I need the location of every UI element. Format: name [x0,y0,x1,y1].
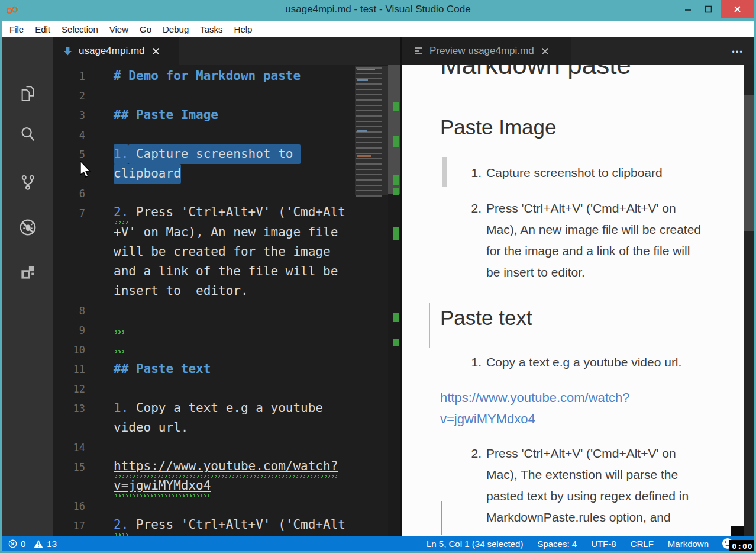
markdown-preview-pane[interactable]: Markdown paste Paste Image 1. Capture sc… [402,65,744,536]
code-text[interactable]: 2. Press 'Ctrl+Alt+V' ('Cmd+Alt [95,202,345,224]
tab-close-icon[interactable] [541,47,549,55]
preview-h2-paste-text: Paste text [440,305,532,331]
editor-line[interactable]: insert to editor. [53,281,355,301]
code-text[interactable]: 1. Capture screenshot to [95,144,301,164]
overview-ruler[interactable] [388,65,400,536]
language-mode[interactable]: Markdown [668,539,709,549]
source-control-icon[interactable] [2,169,53,195]
line-number: 4 [53,129,95,141]
editor-line[interactable]: 16 [53,496,355,516]
tab-preview-usage4mpi[interactable]: Preview usage4mpi.md [402,37,571,65]
indentation-setting[interactable]: Spaces: 4 [537,539,577,549]
editor-line[interactable]: 14 [53,438,355,457]
more-actions-icon[interactable]: ••• [731,44,745,59]
editor-line[interactable]: 9 [53,320,355,340]
encoding[interactable]: UTF-8 [591,539,616,549]
editor-line[interactable]: 11## Paste text [53,359,355,379]
preview-youtube-link[interactable]: https://www.youtube.com/watch? v=jgwiMYM… [440,387,629,430]
editor-line[interactable]: 8 [53,301,355,320]
code-segment: clipboard [114,164,181,184]
editor-line[interactable]: 51. Capture screenshot to [53,144,355,164]
menu-help[interactable]: Help [234,24,253,34]
close-button[interactable] [721,0,754,18]
code-text[interactable]: +V' on Mac), An new image file [95,223,338,242]
code-segment: Press 'Ctrl+Alt+V' ('Cmd+Alt [128,515,345,535]
editor-line[interactable]: 10 [53,340,355,359]
editor-line[interactable]: will be created for the image [53,242,355,262]
editor-line[interactable]: +V' on Mac), An new image file [53,223,355,242]
code-text[interactable]: video url. [95,418,188,438]
preview-scrollbar[interactable] [744,65,754,536]
editor-line[interactable]: 3## Paste Image [53,105,355,125]
close-icon [734,5,741,13]
explorer-icon[interactable] [2,81,53,107]
window-border-left [0,21,2,551]
title-bar: ∞ usage4mpi.md - test - Visual Studio Co… [0,0,756,21]
code-text[interactable]: insert to editor. [95,281,248,301]
editor-line[interactable]: and a link of the file will be [53,262,355,281]
menu-selection[interactable]: Selection [62,24,98,34]
editor-line[interactable]: 1# Demo for Markdown paste [53,66,355,86]
tab-close-icon[interactable] [152,47,160,55]
tab-usage4mpi-md[interactable]: usage4mpi.md [53,37,179,65]
search-icon[interactable] [2,121,53,147]
code-text[interactable]: # Demo for Markdown paste [95,66,301,86]
minimap-visible-region [355,66,388,195]
line-number: 13 [53,403,95,414]
preview-list-item: 1. Capture screenshot to clipboard [466,162,704,184]
editor-line[interactable]: 172. Press 'Ctrl+Alt+V' ('Cmd+Alt [53,516,355,535]
code-text[interactable]: will be created for the image [95,242,331,262]
preview-tab-bar: Preview usage4mpi.md ••• [402,37,754,65]
extensions-icon[interactable] [2,259,53,285]
preview-scrollbar-thumb[interactable] [744,95,754,231]
code-text[interactable]: v=jgwiMYMdxo4 [95,476,211,497]
code-segment: 1. [114,144,128,164]
editor-pane[interactable]: 1# Demo for Markdown paste23## Paste Ima… [53,65,400,536]
code-text[interactable]: clipboard [95,164,181,184]
code-text[interactable]: and a link of the file will be [95,262,338,281]
line-number: 16 [53,500,95,512]
code-segment: Copy a text e.g a youtube [128,398,323,418]
menu-file[interactable]: File [9,24,24,34]
menu-debug[interactable]: Debug [163,24,189,34]
editor-line[interactable]: v=jgwiMYMdxo4 [53,477,355,496]
warnings-indicator[interactable]: 13 [34,539,57,549]
code-segment: will be created for the image [114,242,331,262]
preview-list-item: 1. Copy a text e.g a youtube video url. [466,352,741,373]
preview-h2-paste-image: Paste Image [440,114,557,140]
code-segment: and a link of the file will be [114,262,338,281]
debug-icon[interactable] [2,214,53,240]
code-text[interactable] [95,340,124,359]
menu-view[interactable]: View [109,24,128,34]
editor-line[interactable]: 15https://www.youtube.com/watch? [53,457,355,477]
editor-line[interactable]: 131. Copy a text e.g a youtube [53,398,355,418]
line-number: 12 [53,383,95,395]
editor-line[interactable]: video url. [53,418,355,438]
editor-line[interactable]: 2 [53,86,355,105]
menu-edit[interactable]: Edit [35,24,50,34]
editor-line[interactable]: clipboard [53,164,355,184]
maximize-button[interactable] [698,0,718,18]
code-text[interactable]: 2. Press 'Ctrl+Alt+V' ('Cmd+Alt [95,515,345,536]
menu-tasks[interactable]: Tasks [200,24,222,34]
editor-line[interactable]: 12 [53,379,355,398]
minimize-button[interactable] [678,0,698,18]
code-segment: +V' on Mac), An new image file [114,223,338,242]
minimap[interactable] [355,66,388,535]
code-segment: Capture screenshot to [128,144,301,164]
menu-go[interactable]: Go [140,24,151,34]
cursor-position[interactable]: Ln 5, Col 1 (34 selected) [427,539,523,549]
code-text[interactable]: ## Paste text [95,359,211,379]
line-number: 17 [53,520,95,532]
code-text[interactable]: https://www.youtube.com/watch? [95,456,338,478]
code-text[interactable]: 1. Copy a text e.g a youtube [95,398,323,418]
eol-sequence[interactable]: CRLF [631,539,654,549]
code-text[interactable]: ## Paste Image [95,105,218,125]
line-number: 14 [53,442,95,454]
code-text[interactable] [95,320,124,340]
errors-indicator[interactable]: 0 [8,539,25,549]
editor-line[interactable]: 72. Press 'Ctrl+Alt+V' ('Cmd+Alt [53,203,355,223]
editor-line[interactable]: 6 [53,184,355,203]
window-border-right [754,21,756,551]
editor-line[interactable]: 4 [53,125,355,144]
